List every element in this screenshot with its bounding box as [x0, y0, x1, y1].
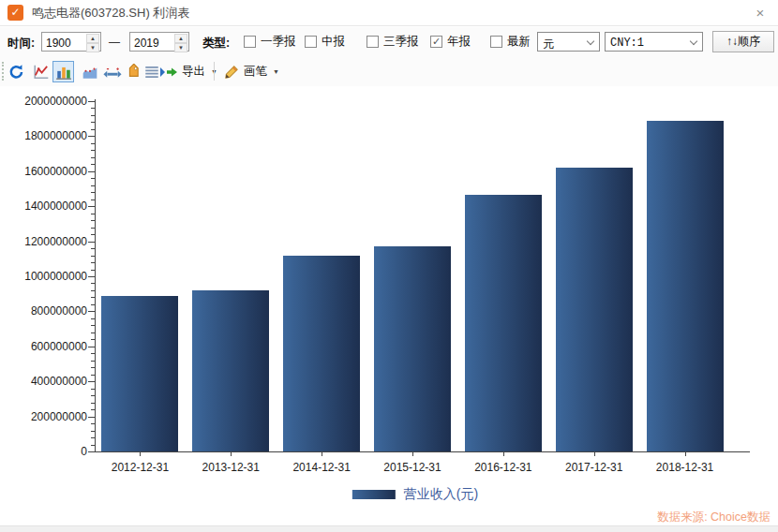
checkbox-q3-report[interactable]: 三季报 [367, 27, 419, 56]
year-from-value[interactable]: 1900 [42, 33, 85, 51]
y-minor-tick [91, 375, 95, 376]
year-from-spinner[interactable]: 1900 ▲▼ [41, 32, 101, 52]
checkbox-box[interactable] [244, 36, 256, 48]
bar-chart-icon[interactable] [52, 61, 74, 82]
y-minor-tick [91, 164, 95, 165]
toolbar-grip [2, 62, 4, 81]
app-check-icon: ✓ [7, 5, 23, 21]
y-minor-tick [91, 395, 95, 396]
y-minor-tick [91, 318, 95, 319]
y-axis-label: 200000000 [0, 410, 87, 423]
y-minor-tick [91, 115, 95, 116]
y-minor-tick [91, 185, 95, 186]
checkbox-box[interactable] [305, 36, 317, 48]
title-bar: ✓ 鸣志电器(603728.SH) 利润表 × [0, 0, 778, 26]
y-minor-tick [91, 178, 95, 179]
y-minor-tick [91, 353, 95, 354]
close-icon[interactable]: × [751, 4, 770, 22]
x-axis-tick [140, 452, 141, 456]
pencil-icon [223, 64, 240, 81]
y-axis-label: 1600000000 [0, 165, 87, 178]
axis-scale-icon[interactable] [101, 61, 123, 82]
legend-swatch [352, 490, 396, 499]
chart-toolbar: 导出 ▼ 画笔 ▼ [0, 56, 778, 86]
y-major-tick [88, 276, 95, 277]
checkbox-q1-report[interactable]: 一季报 [244, 27, 296, 56]
x-axis-tick [503, 452, 504, 456]
area-chart-icon[interactable] [79, 61, 100, 82]
bar-2013-12-31[interactable] [192, 290, 269, 451]
checkbox-half-year-report[interactable]: 中报 [305, 27, 345, 56]
y-major-tick [88, 311, 95, 312]
y-minor-tick [91, 290, 95, 291]
bar-2015-12-31[interactable] [374, 246, 451, 451]
y-axis-line [95, 99, 96, 452]
y-minor-tick [91, 270, 95, 271]
currency-select[interactable]: CNY:1 [605, 32, 703, 52]
x-axis-label: 2014-12-31 [277, 461, 367, 474]
checkbox-box[interactable]: ✓ [430, 36, 442, 48]
checkbox-annual-report[interactable]: ✓ 年报 [430, 27, 471, 56]
spin-up-icon[interactable]: ▲ [86, 34, 99, 43]
x-axis-tick [322, 452, 322, 456]
x-axis-tick [231, 452, 232, 456]
brush-caret-icon[interactable]: ▼ [273, 68, 279, 75]
year-to-spinner[interactable]: 2019 ▲▼ [129, 32, 189, 52]
bar-2012-12-31[interactable] [101, 296, 178, 451]
app-window: ✓ 鸣志电器(603728.SH) 利润表 × 时间: 1900 ▲▼ — 20… [0, 0, 778, 532]
y-minor-tick [91, 143, 95, 144]
y-minor-tick [91, 297, 95, 298]
unit-select[interactable]: 元 [537, 32, 600, 52]
y-minor-tick [91, 423, 95, 424]
bar-2014-12-31[interactable] [283, 256, 360, 451]
export-icon [159, 65, 178, 80]
bar-2017-12-31[interactable] [556, 168, 633, 451]
x-axis-label: 2013-12-31 [186, 461, 276, 474]
y-minor-tick [91, 214, 95, 214]
y-major-tick [88, 206, 95, 207]
x-axis-tick [594, 452, 595, 456]
y-axis-label: 0 [0, 445, 87, 458]
bar-2018-12-31[interactable] [647, 121, 724, 451]
year-to-value[interactable]: 2019 [130, 33, 173, 51]
refresh-icon[interactable] [6, 61, 27, 82]
x-axis-line [95, 451, 750, 452]
year-to-spin-buttons[interactable]: ▲▼ [173, 33, 188, 51]
y-major-tick [88, 136, 95, 137]
y-minor-tick [91, 445, 95, 446]
y-minor-tick [91, 367, 95, 368]
checkbox-box[interactable] [367, 36, 379, 48]
y-axis-label: 1400000000 [0, 200, 87, 213]
y-minor-tick [91, 108, 95, 109]
y-axis-label: 400000000 [0, 375, 87, 388]
spin-up-icon[interactable]: ▲ [174, 34, 187, 43]
y-minor-tick [91, 339, 95, 340]
spin-down-icon[interactable]: ▼ [86, 43, 99, 52]
y-minor-tick [91, 262, 95, 263]
spin-down-icon[interactable]: ▼ [174, 43, 187, 52]
window-title: 鸣志电器(603728.SH) 利润表 [32, 5, 189, 22]
y-minor-tick [91, 325, 95, 326]
y-minor-tick [91, 150, 95, 151]
y-minor-tick [91, 220, 95, 221]
export-button[interactable]: 导出 ▼ [159, 61, 217, 82]
y-axis-label: 2000000000 [0, 95, 87, 108]
x-axis-label: 2016-12-31 [458, 461, 548, 474]
y-minor-tick [91, 361, 95, 362]
bar-2016-12-31[interactable] [465, 195, 542, 451]
y-minor-tick [91, 192, 95, 193]
y-minor-tick [91, 304, 95, 305]
checkbox-latest[interactable]: 最新 [490, 27, 531, 56]
y-major-tick [88, 242, 95, 243]
line-chart-icon[interactable] [30, 61, 52, 82]
y-major-tick [88, 101, 95, 102]
checkbox-box[interactable] [490, 36, 502, 48]
y-minor-tick [91, 248, 95, 249]
y-minor-tick [91, 256, 95, 257]
y-minor-tick [91, 431, 95, 432]
window-bottom-strip [0, 525, 778, 532]
sort-order-button[interactable]: ↑↓顺序 [712, 31, 774, 52]
year-from-spin-buttons[interactable]: ▲▼ [85, 33, 100, 51]
filter-toolbar: 时间: 1900 ▲▼ — 2019 ▲▼ 类型: 一季报 中报 三季报 ✓ 年… [0, 27, 778, 56]
brush-button[interactable]: 画笔 ▼ [223, 61, 279, 82]
